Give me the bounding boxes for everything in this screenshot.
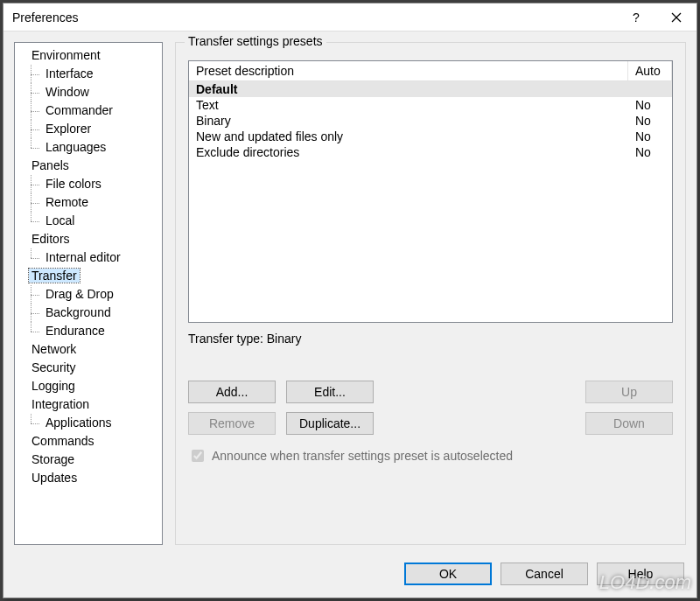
add-button[interactable]: Add...: [188, 381, 276, 403]
tree-node[interactable]: Transfer: [15, 267, 162, 285]
tree-node[interactable]: Remote: [15, 193, 162, 212]
duplicate-button[interactable]: Duplicate...: [286, 412, 374, 435]
cell-auto: No: [628, 97, 672, 113]
presets-list[interactable]: Preset description Auto DefaultTextNoBin…: [188, 60, 673, 323]
tree-node[interactable]: Commands: [15, 432, 162, 451]
tree-node[interactable]: Languages: [15, 138, 162, 157]
tree-node-label: Commander: [43, 103, 116, 117]
tree-node-label: Security: [29, 360, 79, 374]
tree-node[interactable]: Updates: [15, 469, 162, 487]
table-row[interactable]: BinaryNo: [189, 113, 672, 129]
down-button[interactable]: Down: [585, 412, 673, 435]
cell-description: Text: [189, 97, 628, 113]
tree-node[interactable]: Interface: [15, 65, 162, 83]
tree-node-label: Background: [43, 305, 114, 319]
tree-node-label: Drag & Drop: [43, 287, 116, 301]
tree-node[interactable]: Explorer: [15, 120, 162, 138]
ok-button[interactable]: OK: [404, 563, 492, 585]
help-icon[interactable]: ?: [616, 3, 656, 31]
announce-checkbox-label: Announce when transfer settings preset i…: [212, 449, 513, 463]
cell-description: Default: [189, 81, 628, 97]
tree-node-label: Local: [43, 213, 77, 227]
cell-auto: [628, 81, 672, 97]
tree-node[interactable]: Commander: [15, 101, 162, 120]
tree-node-label: Window: [43, 85, 92, 99]
tree-node[interactable]: Storage: [15, 451, 162, 469]
tree-node[interactable]: File colors: [15, 175, 162, 193]
tree-node-label: Updates: [29, 471, 80, 485]
cancel-button[interactable]: Cancel: [500, 563, 588, 585]
presets-groupbox: Transfer settings presets Preset descrip…: [175, 42, 686, 545]
column-header-description[interactable]: Preset description: [189, 61, 628, 80]
titlebar-buttons: ?: [616, 3, 696, 31]
tree-node-label: Remote: [43, 195, 91, 209]
tree-node-label: Storage: [29, 452, 77, 466]
tree-node-label: Editors: [29, 232, 73, 246]
tree-node[interactable]: Logging: [15, 377, 162, 395]
help-button[interactable]: Help: [597, 563, 684, 585]
cell-auto: No: [628, 129, 672, 144]
dialog-footer: OK Cancel Help: [4, 556, 696, 598]
button-row-2: Remove Duplicate... Down: [188, 412, 673, 435]
tree-node[interactable]: Security: [15, 359, 162, 377]
tree-node-label: Commands: [29, 434, 97, 448]
cell-description: Exclude directories: [189, 144, 628, 160]
cell-description: Binary: [189, 113, 628, 129]
category-tree[interactable]: EnvironmentInterfaceWindowCommanderExplo…: [14, 42, 163, 545]
cell-auto: No: [628, 144, 672, 160]
announce-checkbox[interactable]: [192, 450, 204, 462]
tree-node-label: File colors: [43, 177, 104, 191]
edit-button[interactable]: Edit...: [286, 381, 374, 403]
tree-node-label: Endurance: [43, 324, 108, 338]
tree-node[interactable]: Applications: [15, 414, 162, 432]
window-title: Preferences: [12, 10, 616, 24]
tree-node[interactable]: Editors: [15, 230, 162, 248]
tree-node[interactable]: Local: [15, 212, 162, 230]
tree-node-label: Panels: [29, 158, 72, 172]
right-panel: Transfer settings presets Preset descrip…: [175, 42, 686, 545]
tree-node-label: Internal editor: [43, 250, 123, 264]
titlebar: Preferences ?: [4, 3, 696, 31]
preferences-window: Preferences ? EnvironmentInterfaceWindow…: [3, 3, 697, 598]
table-row[interactable]: New and updated files onlyNo: [189, 129, 672, 144]
tree-node-label: Environment: [29, 48, 103, 62]
table-row[interactable]: TextNo: [189, 97, 672, 113]
announce-checkbox-row: Announce when transfer settings preset i…: [188, 447, 673, 465]
list-header: Preset description Auto: [189, 61, 672, 81]
tree-node-label: Explorer: [43, 122, 94, 136]
tree-node[interactable]: Endurance: [15, 322, 162, 340]
tree-node[interactable]: Window: [15, 83, 162, 101]
tree-node-label: Network: [29, 342, 79, 356]
tree-node-label: Applications: [43, 416, 115, 430]
tree-node[interactable]: Integration: [15, 395, 162, 414]
close-icon[interactable]: [656, 3, 696, 31]
cell-description: New and updated files only: [189, 129, 628, 144]
transfer-type-label: Transfer type: Binary: [188, 332, 673, 346]
button-row-1: Add... Edit... Up: [188, 381, 673, 403]
remove-button[interactable]: Remove: [188, 412, 276, 435]
tree-node-label: Transfer: [29, 269, 80, 283]
cell-auto: No: [628, 113, 672, 129]
tree-node[interactable]: Drag & Drop: [15, 285, 162, 304]
main-area: EnvironmentInterfaceWindowCommanderExplo…: [4, 31, 696, 556]
tree-node[interactable]: Environment: [15, 46, 162, 65]
tree-node-label: Logging: [29, 379, 78, 393]
groupbox-title: Transfer settings presets: [185, 34, 326, 48]
up-button[interactable]: Up: [585, 381, 673, 403]
tree-node[interactable]: Background: [15, 304, 162, 322]
table-row[interactable]: Default: [189, 81, 672, 97]
tree-node-label: Interface: [43, 66, 95, 80]
tree-node[interactable]: Network: [15, 340, 162, 359]
dialog-body: EnvironmentInterfaceWindowCommanderExplo…: [4, 31, 696, 598]
column-header-auto[interactable]: Auto: [628, 61, 672, 80]
tree-node-label: Integration: [29, 397, 92, 411]
table-row[interactable]: Exclude directoriesNo: [189, 144, 672, 160]
tree-node[interactable]: Panels: [15, 157, 162, 175]
tree-node[interactable]: Internal editor: [15, 248, 162, 267]
tree-node-label: Languages: [43, 140, 108, 154]
